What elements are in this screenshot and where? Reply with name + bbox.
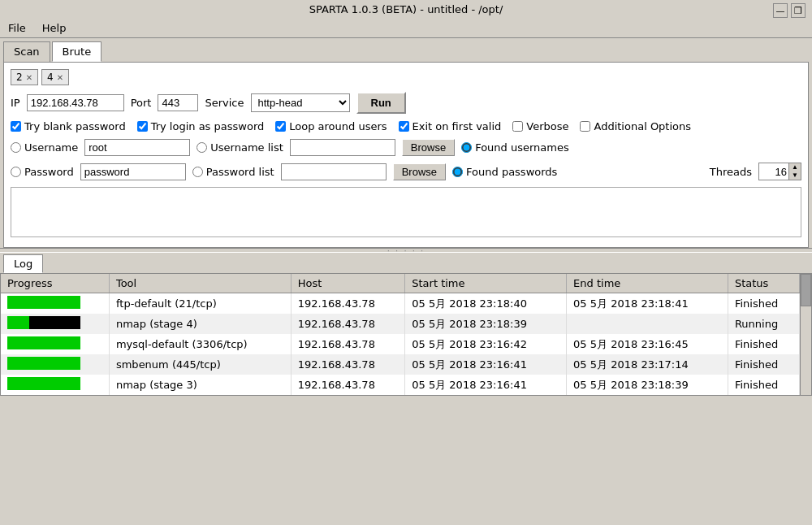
try-blank-checkbox[interactable]: Try blank password bbox=[11, 120, 126, 132]
sub-tab-4-label: 4 bbox=[47, 72, 54, 83]
scrollbar-track[interactable] bbox=[800, 274, 811, 395]
table-body: ftp-default (21/tcp)192.168.43.7805 5月 2… bbox=[1, 293, 800, 396]
password-list-input[interactable] bbox=[281, 163, 387, 180]
username-row: Username Username list Browse Found user… bbox=[11, 139, 801, 156]
cell-start-time: 05 5月 2018 23:16:41 bbox=[405, 354, 567, 375]
cell-status: Finished bbox=[728, 354, 799, 375]
window-title: SPARTA 1.0.3 (BETA) - untitled - /opt/ bbox=[309, 3, 503, 15]
try-login-checkbox[interactable]: Try login as password bbox=[137, 120, 265, 132]
maximize-button[interactable]: ❒ bbox=[791, 3, 806, 18]
tab-brute[interactable]: Brute bbox=[52, 41, 102, 62]
menu-help[interactable]: Help bbox=[37, 20, 71, 36]
username-radio[interactable] bbox=[11, 142, 21, 153]
verbose-input[interactable] bbox=[512, 121, 523, 132]
cell-host: 192.168.43.78 bbox=[291, 293, 404, 315]
col-status: Status bbox=[728, 274, 799, 293]
threads-spinner-buttons: ▲ ▼ bbox=[788, 163, 801, 180]
password-list-radio[interactable] bbox=[192, 167, 203, 177]
additional-options-checkbox[interactable]: Additional Options bbox=[580, 120, 691, 132]
cell-start-time: 05 5月 2018 23:16:42 bbox=[405, 334, 567, 354]
found-passwords-radio-input[interactable] bbox=[452, 167, 463, 177]
loop-around-input[interactable] bbox=[275, 121, 286, 132]
threads-up-button[interactable]: ▲ bbox=[789, 163, 801, 171]
verbose-checkbox[interactable]: Verbose bbox=[512, 120, 568, 132]
found-usernames-radio[interactable]: Found usernames bbox=[461, 141, 569, 154]
cell-progress bbox=[1, 314, 109, 334]
divider-handle: · · · · · bbox=[387, 246, 425, 255]
cell-status: Running bbox=[728, 314, 799, 334]
password-list-radio-label[interactable]: Password list bbox=[192, 166, 274, 178]
cell-progress bbox=[1, 354, 109, 375]
additional-options-input[interactable] bbox=[580, 121, 590, 132]
sub-tab-4-close[interactable]: ✕ bbox=[57, 73, 63, 82]
found-passwords-radio[interactable]: Found passwords bbox=[452, 166, 557, 178]
service-combo[interactable]: http-head ftp ssh mysql http https bbox=[251, 93, 350, 112]
cell-end-time: 05 5月 2018 23:18:39 bbox=[567, 375, 728, 395]
sub-tab-2[interactable]: 2 ✕ bbox=[11, 69, 38, 85]
cell-host: 192.168.43.78 bbox=[291, 375, 404, 395]
cell-tool: mysql-default (3306/tcp) bbox=[109, 334, 291, 354]
table-row: mysql-default (3306/tcp)192.168.43.7805 … bbox=[1, 334, 800, 354]
password-input[interactable] bbox=[80, 163, 186, 180]
col-tool: Tool bbox=[109, 274, 291, 293]
username-browse-button[interactable]: Browse bbox=[402, 139, 455, 156]
username-input[interactable] bbox=[84, 139, 190, 156]
threads-input[interactable] bbox=[759, 163, 788, 180]
username-list-radio[interactable] bbox=[197, 142, 207, 153]
sub-tabs-row: 2 ✕ 4 ✕ bbox=[11, 69, 801, 85]
found-usernames-radio-input[interactable] bbox=[461, 142, 472, 153]
cell-status: Finished bbox=[728, 293, 799, 315]
sub-tab-4[interactable]: 4 ✕ bbox=[41, 69, 69, 85]
cell-start-time: 05 5月 2018 23:18:40 bbox=[405, 293, 567, 315]
minimize-button[interactable]: — bbox=[773, 3, 788, 18]
scrollbar-thumb[interactable] bbox=[801, 274, 811, 306]
username-radio-label[interactable]: Username bbox=[11, 141, 78, 154]
cell-progress bbox=[1, 293, 109, 315]
cell-end-time: 05 5月 2018 23:16:45 bbox=[567, 334, 728, 354]
results-table-container: Progress Tool Host Start time End time S… bbox=[0, 273, 812, 396]
table-row: smbenum (445/tcp)192.168.43.7805 5月 2018… bbox=[1, 354, 800, 375]
username-list-radio-label[interactable]: Username list bbox=[197, 141, 283, 154]
tab-scan[interactable]: Scan bbox=[3, 41, 50, 62]
threads-spinner[interactable]: ▲ ▼ bbox=[758, 163, 801, 180]
service-label: Service bbox=[205, 97, 244, 109]
password-radio-label[interactable]: Password bbox=[11, 166, 74, 178]
ip-input[interactable] bbox=[27, 94, 124, 111]
password-row: Password Password list Browse Found pass… bbox=[11, 163, 801, 180]
connection-form-row: IP Port Service http-head ftp ssh mysql … bbox=[11, 92, 801, 114]
cell-host: 192.168.43.78 bbox=[291, 314, 404, 334]
port-input[interactable] bbox=[158, 94, 198, 111]
cell-progress bbox=[1, 334, 109, 354]
options-checkboxes: Try blank password Try login as password… bbox=[11, 120, 801, 132]
service-select[interactable]: http-head ftp ssh mysql http https bbox=[252, 94, 349, 111]
cell-end-time bbox=[567, 314, 728, 334]
cell-tool: nmap (stage 4) bbox=[109, 314, 291, 334]
cell-host: 192.168.43.78 bbox=[291, 334, 404, 354]
password-browse-button[interactable]: Browse bbox=[393, 163, 446, 180]
table-header-row: Progress Tool Host Start time End time S… bbox=[1, 274, 800, 293]
results-table-inner: Progress Tool Host Start time End time S… bbox=[1, 274, 800, 395]
menu-file[interactable]: File bbox=[3, 20, 31, 36]
try-login-input[interactable] bbox=[137, 121, 148, 132]
exit-first-input[interactable] bbox=[399, 121, 409, 132]
window-controls: — ❒ bbox=[773, 3, 806, 18]
title-bar: SPARTA 1.0.3 (BETA) - untitled - /opt/ —… bbox=[0, 0, 812, 19]
loop-around-checkbox[interactable]: Loop around users bbox=[275, 120, 387, 132]
threads-label: Threads bbox=[710, 166, 752, 178]
results-table: Progress Tool Host Start time End time S… bbox=[1, 274, 800, 395]
password-radio[interactable] bbox=[11, 167, 21, 177]
cell-tool: smbenum (445/tcp) bbox=[109, 354, 291, 375]
username-list-input[interactable] bbox=[290, 139, 395, 156]
cell-end-time: 05 5月 2018 23:17:14 bbox=[567, 354, 728, 375]
exit-first-checkbox[interactable]: Exit on first valid bbox=[399, 120, 502, 132]
run-button[interactable]: Run bbox=[356, 92, 406, 114]
cell-tool: ftp-default (21/tcp) bbox=[109, 293, 291, 315]
sub-tab-2-close[interactable]: ✕ bbox=[26, 73, 32, 82]
bottom-panel: Log Progress Tool Host Start time End ti… bbox=[0, 253, 812, 396]
log-tab[interactable]: Log bbox=[3, 254, 43, 273]
threads-down-button[interactable]: ▼ bbox=[789, 171, 801, 180]
log-tab-row: Log bbox=[0, 253, 812, 273]
cell-start-time: 05 5月 2018 23:18:39 bbox=[405, 314, 567, 334]
sub-tab-2-label: 2 bbox=[16, 72, 23, 83]
try-blank-input[interactable] bbox=[11, 121, 21, 132]
